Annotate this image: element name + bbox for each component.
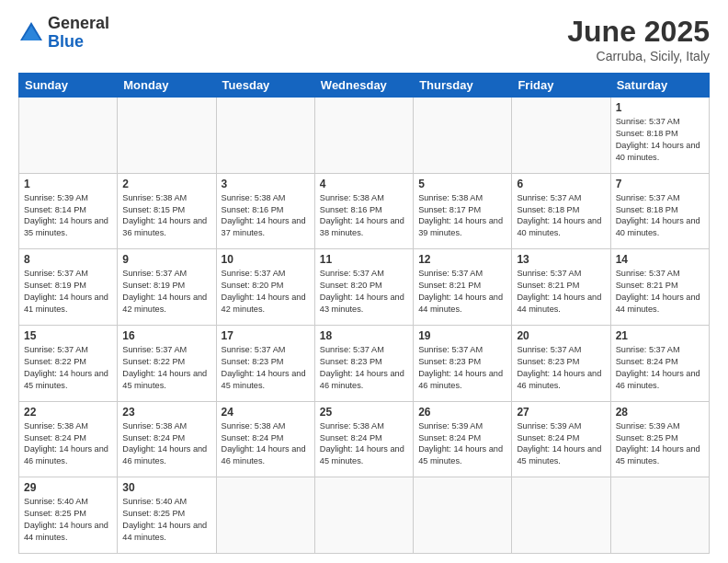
- day-info: Sunrise: 5:39 AMSunset: 8:24 PMDaylight:…: [517, 420, 605, 468]
- month-title: June 2025: [567, 15, 710, 49]
- table-row: 3 Sunrise: 5:38 AMSunset: 8:16 PMDayligh…: [216, 173, 314, 249]
- day-info: Sunrise: 5:37 AMSunset: 8:23 PMDaylight:…: [320, 344, 408, 392]
- day-info: Sunrise: 5:37 AMSunset: 8:23 PMDaylight:…: [418, 344, 506, 392]
- table-row: [314, 98, 413, 174]
- day-number: 12: [418, 253, 506, 266]
- table-row: [512, 98, 610, 174]
- day-info: Sunrise: 5:40 AMSunset: 8:25 PMDaylight:…: [122, 496, 210, 544]
- day-number: 14: [616, 253, 704, 266]
- day-info: Sunrise: 5:37 AMSunset: 8:21 PMDaylight:…: [418, 268, 506, 316]
- day-info: Sunrise: 5:39 AMSunset: 8:25 PMDaylight:…: [616, 420, 704, 468]
- table-row: 25 Sunrise: 5:38 AMSunset: 8:24 PMDaylig…: [314, 401, 413, 477]
- day-number: 7: [616, 178, 704, 190]
- table-row: 9 Sunrise: 5:37 AMSunset: 8:19 PMDayligh…: [118, 249, 216, 326]
- day-number: 15: [24, 329, 112, 342]
- day-info: Sunrise: 5:38 AMSunset: 8:16 PMDaylight:…: [222, 192, 310, 240]
- table-row: 8 Sunrise: 5:37 AMSunset: 8:19 PMDayligh…: [19, 249, 118, 326]
- day-info: Sunrise: 5:38 AMSunset: 8:24 PMDaylight:…: [24, 420, 112, 468]
- table-row: 27 Sunrise: 5:39 AMSunset: 8:24 PMDaylig…: [512, 401, 610, 477]
- week-row-2: 8 Sunrise: 5:37 AMSunset: 8:19 PMDayligh…: [19, 249, 710, 326]
- col-friday: Friday: [512, 74, 610, 98]
- day-info: Sunrise: 5:39 AMSunset: 8:14 PMDaylight:…: [24, 192, 112, 240]
- table-row: 26 Sunrise: 5:39 AMSunset: 8:24 PMDaylig…: [414, 401, 512, 477]
- week-row-3: 15 Sunrise: 5:37 AMSunset: 8:22 PMDaylig…: [19, 325, 710, 401]
- location: Carruba, Sicily, Italy: [567, 49, 710, 63]
- table-row: [414, 477, 512, 554]
- table-row: 22 Sunrise: 5:38 AMSunset: 8:24 PMDaylig…: [19, 401, 118, 477]
- col-thursday: Thursday: [414, 74, 512, 98]
- table-row: 20 Sunrise: 5:37 AMSunset: 8:23 PMDaylig…: [512, 325, 610, 401]
- day-number: 26: [418, 406, 506, 419]
- day-info: Sunrise: 5:40 AMSunset: 8:25 PMDaylight:…: [24, 496, 112, 544]
- day-number: 3: [222, 178, 310, 190]
- day-number: 22: [24, 406, 112, 419]
- day-number: 27: [517, 406, 605, 419]
- week-row-5: 29 Sunrise: 5:40 AMSunset: 8:25 PMDaylig…: [19, 477, 710, 554]
- day-info: Sunrise: 5:37 AMSunset: 8:24 PMDaylight:…: [616, 344, 704, 392]
- day-number: 1: [24, 178, 112, 190]
- col-sunday: Sunday: [19, 74, 118, 98]
- table-row: 17 Sunrise: 5:37 AMSunset: 8:23 PMDaylig…: [216, 325, 314, 401]
- day-info: Sunrise: 5:37 AMSunset: 8:18 PMDaylight:…: [517, 192, 605, 240]
- day-info: Sunrise: 5:37 AMSunset: 8:18 PMDaylight:…: [616, 116, 704, 164]
- day-number: 6: [517, 178, 605, 190]
- day-number: 16: [122, 329, 210, 342]
- day-number: 13: [517, 253, 605, 266]
- calendar-header-row: Sunday Monday Tuesday Wednesday Thursday…: [19, 74, 710, 98]
- day-number: 5: [418, 178, 506, 190]
- day-number: 28: [616, 406, 704, 419]
- col-monday: Monday: [118, 74, 216, 98]
- table-row: 1 Sunrise: 5:39 AMSunset: 8:14 PMDayligh…: [19, 173, 118, 249]
- day-info: Sunrise: 5:37 AMSunset: 8:20 PMDaylight:…: [320, 268, 408, 316]
- logo-icon: [18, 20, 44, 46]
- logo-general-text: General: [48, 15, 109, 33]
- day-info: Sunrise: 5:39 AMSunset: 8:24 PMDaylight:…: [418, 420, 506, 468]
- table-row: [118, 98, 216, 174]
- table-row: [314, 477, 413, 554]
- day-info: Sunrise: 5:38 AMSunset: 8:24 PMDaylight:…: [320, 420, 408, 468]
- day-number: 1: [616, 101, 704, 114]
- table-row: 19 Sunrise: 5:37 AMSunset: 8:23 PMDaylig…: [414, 325, 512, 401]
- table-row: 18 Sunrise: 5:37 AMSunset: 8:23 PMDaylig…: [314, 325, 413, 401]
- table-row: 12 Sunrise: 5:37 AMSunset: 8:21 PMDaylig…: [414, 249, 512, 326]
- day-info: Sunrise: 5:38 AMSunset: 8:16 PMDaylight:…: [320, 192, 408, 240]
- table-row: 10 Sunrise: 5:37 AMSunset: 8:20 PMDaylig…: [216, 249, 314, 326]
- day-number: 17: [222, 329, 310, 342]
- table-row: 1 Sunrise: 5:37 AMSunset: 8:18 PMDayligh…: [610, 98, 709, 174]
- calendar: Sunday Monday Tuesday Wednesday Thursday…: [18, 73, 710, 554]
- table-row: 30 Sunrise: 5:40 AMSunset: 8:25 PMDaylig…: [118, 477, 216, 554]
- col-saturday: Saturday: [610, 74, 709, 98]
- table-row: 24 Sunrise: 5:38 AMSunset: 8:24 PMDaylig…: [216, 401, 314, 477]
- table-row: 11 Sunrise: 5:37 AMSunset: 8:20 PMDaylig…: [314, 249, 413, 326]
- col-tuesday: Tuesday: [216, 74, 314, 98]
- day-number: 25: [320, 406, 408, 419]
- table-row: [216, 98, 314, 174]
- table-row: 16 Sunrise: 5:37 AMSunset: 8:22 PMDaylig…: [118, 325, 216, 401]
- table-row: [19, 98, 118, 174]
- logo: General Blue: [18, 15, 109, 52]
- day-number: 8: [24, 253, 112, 266]
- table-row: 2 Sunrise: 5:38 AMSunset: 8:15 PMDayligh…: [118, 173, 216, 249]
- day-info: Sunrise: 5:38 AMSunset: 8:24 PMDaylight:…: [122, 420, 210, 468]
- header: General Blue June 2025 Carruba, Sicily, …: [18, 15, 710, 63]
- day-info: Sunrise: 5:37 AMSunset: 8:19 PMDaylight:…: [24, 268, 112, 316]
- day-info: Sunrise: 5:37 AMSunset: 8:22 PMDaylight:…: [122, 344, 210, 392]
- table-row: 13 Sunrise: 5:37 AMSunset: 8:21 PMDaylig…: [512, 249, 610, 326]
- day-number: 29: [24, 481, 112, 494]
- table-row: 15 Sunrise: 5:37 AMSunset: 8:22 PMDaylig…: [19, 325, 118, 401]
- table-row: 28 Sunrise: 5:39 AMSunset: 8:25 PMDaylig…: [610, 401, 709, 477]
- day-number: 9: [122, 253, 210, 266]
- table-row: 7 Sunrise: 5:37 AMSunset: 8:18 PMDayligh…: [610, 173, 709, 249]
- day-number: 20: [517, 329, 605, 342]
- table-row: 29 Sunrise: 5:40 AMSunset: 8:25 PMDaylig…: [19, 477, 118, 554]
- day-number: 10: [222, 253, 310, 266]
- day-number: 19: [418, 329, 506, 342]
- day-info: Sunrise: 5:37 AMSunset: 8:21 PMDaylight:…: [517, 268, 605, 316]
- day-number: 11: [320, 253, 408, 266]
- day-info: Sunrise: 5:37 AMSunset: 8:21 PMDaylight:…: [616, 268, 704, 316]
- day-info: Sunrise: 5:37 AMSunset: 8:23 PMDaylight:…: [222, 344, 310, 392]
- table-row: 14 Sunrise: 5:37 AMSunset: 8:21 PMDaylig…: [610, 249, 709, 326]
- table-row: [414, 98, 512, 174]
- week-row-0: 1 Sunrise: 5:37 AMSunset: 8:18 PMDayligh…: [19, 98, 710, 174]
- day-info: Sunrise: 5:37 AMSunset: 8:19 PMDaylight:…: [122, 268, 210, 316]
